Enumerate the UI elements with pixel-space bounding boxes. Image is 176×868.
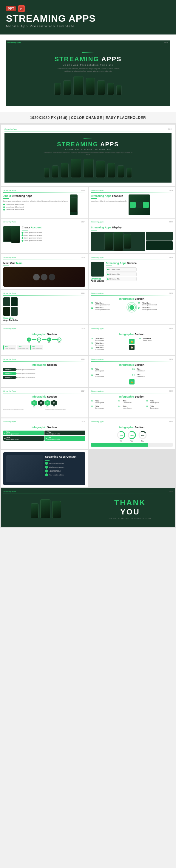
team-brand: Streaming Apps bbox=[3, 257, 16, 258]
contact-text-3: +1 234 567 8910 bbox=[49, 470, 60, 472]
ig6-hex-4: 04 Title bbox=[51, 400, 57, 408]
service-brand: Streaming Apps bbox=[91, 257, 103, 258]
ig5-grid: 01 TitleLorem ipsum 03 TitleLorem ipsum … bbox=[91, 368, 173, 378]
hero-main-title: STREAMING APPS bbox=[54, 55, 121, 63]
ig3-num-2: 02 bbox=[91, 342, 95, 344]
hero-desc: Lorem ipsum dolor sit amet, consectetur … bbox=[55, 67, 121, 72]
contact-icon-3 bbox=[45, 469, 48, 472]
ig7-n5: 04 bbox=[119, 405, 122, 407]
contact-inner: Streaming Apps Contact www.yourdomain.co… bbox=[3, 452, 85, 485]
ig4-arrow-text-3: Lorem ipsum dolor sit amet bbox=[17, 376, 85, 378]
ca-feature-4: Lorem ipsum dolor sit amet bbox=[22, 240, 42, 242]
feature-text-2: Lorem ipsum dolor sit amet bbox=[6, 206, 24, 208]
service-header: Streaming Apps 2024 bbox=[91, 257, 173, 258]
about-brand: Streaming Apps bbox=[3, 189, 16, 191]
service-dot-3 bbox=[107, 278, 108, 280]
ig1-header: Streaming Apps 2024 bbox=[91, 292, 173, 294]
ty-header: Streaming Apps 2024 bbox=[3, 491, 173, 492]
tl-conn-3 bbox=[52, 339, 57, 340]
fi-3 bbox=[143, 202, 149, 208]
ig3-nc-3: Lorem ipsum bbox=[96, 348, 104, 350]
ig1-right: 03 Title HereLorem ipsum dolor sit 04 Ti… bbox=[138, 302, 173, 313]
resolution-banner: 1920X1080 PX (16:9) | COLOR CHANGE | EAS… bbox=[0, 112, 176, 124]
service-slide: Streaming Apps 2024 StreamingApps Servic… bbox=[89, 254, 175, 289]
ig6-title: Infographic Section bbox=[3, 395, 85, 398]
main-slide-phones bbox=[9, 159, 167, 178]
ig6-hex-label-1: Title bbox=[33, 406, 35, 408]
infographic-1-slide: Streaming Apps 2024 Infographic Section … bbox=[89, 290, 175, 324]
features-header: Streaming Apps 2024 bbox=[91, 189, 173, 191]
ig5-header: Streaming Apps 2024 bbox=[91, 358, 173, 360]
create-left bbox=[3, 226, 20, 242]
ig7-n2: 03 bbox=[119, 400, 122, 402]
ig7-i2: 03 TitleLorem ipsum bbox=[119, 400, 145, 404]
hero-preview-slide: Streaming Apps 2024 STREAMING APPS Mobil… bbox=[0, 34, 176, 112]
ca-dot-1 bbox=[22, 231, 24, 234]
ig2-title: Infographic Section bbox=[3, 333, 85, 336]
ig4-brand: Streaming Apps bbox=[3, 358, 16, 360]
ig1-title: Infographic Section bbox=[91, 297, 173, 300]
ig5-nc4: Lorem ipsum bbox=[136, 376, 145, 378]
infographic-4-slide: Streaming Apps 2024 Infographic Section … bbox=[1, 356, 88, 387]
ig5-year: 2024 bbox=[169, 358, 173, 360]
ig6-hex-shape-3: 03 bbox=[45, 400, 50, 406]
ig9-circle-svg-3: 25% bbox=[138, 431, 147, 439]
team-divider bbox=[3, 259, 85, 260]
ig9-circles: 70% Title 75% Title 25% bbox=[91, 431, 173, 442]
ig3-num-4: 04 bbox=[139, 338, 142, 340]
ca-text-4: Lorem ipsum dolor sit amet bbox=[24, 240, 42, 242]
create-header: Streaming Apps 2024 bbox=[3, 221, 85, 223]
ty-phone-3 bbox=[52, 501, 61, 518]
ig9-circle-1: 70% Title bbox=[117, 431, 126, 442]
about-header: Streaming Apps 2024 bbox=[3, 189, 85, 191]
create-year: 2024 bbox=[81, 221, 85, 223]
ig2-brand: Streaming Apps bbox=[3, 328, 16, 330]
phone-5 bbox=[97, 80, 105, 95]
ig9-year: 2024 bbox=[169, 421, 173, 423]
slides-grid: Streaming Apps 2024 STREAMING APPS Mobil… bbox=[0, 124, 176, 528]
ig9-bar-bg-1 bbox=[91, 443, 173, 447]
ph-2 bbox=[52, 165, 58, 178]
about-year: 2024 bbox=[81, 189, 85, 191]
contact-icon-1 bbox=[45, 462, 48, 465]
ig1-center bbox=[126, 302, 137, 313]
ty-phone-2 bbox=[40, 499, 50, 518]
ig6-hexes: 01 Title 02 Title 03 Title 04 Title bbox=[3, 400, 85, 408]
features-divider bbox=[91, 192, 173, 193]
ig9-title: Infographic Section bbox=[91, 426, 173, 429]
ig8-arrow-icon-3: ▶ bbox=[4, 437, 6, 439]
display-header: Streaming Apps 2024 bbox=[91, 221, 173, 223]
ig5-i1: 01 TitleLorem ipsum bbox=[91, 368, 131, 372]
ig6-desc-2: Lorem ipsum dolor sit amet consectetur bbox=[45, 409, 85, 410]
features-right bbox=[129, 194, 150, 215]
slide-brand-label: Streaming Apps bbox=[7, 42, 21, 43]
feature-text-3: Lorem ipsum dolor sit amet bbox=[6, 209, 24, 211]
about-divider bbox=[3, 192, 85, 193]
ig6-hex-label-3: Title bbox=[47, 406, 49, 408]
ig7-nc6: Lorem ipsum bbox=[150, 407, 159, 409]
display-line bbox=[91, 230, 97, 230]
ca-dot-4 bbox=[22, 240, 24, 242]
dp-phone-2 bbox=[114, 232, 124, 251]
ig4-row-1: Title Here Lorem ipsum dolor sit amet bbox=[3, 368, 85, 371]
feature-dot-2 bbox=[3, 206, 5, 208]
ig4-arrow-2: Title Here bbox=[3, 372, 17, 375]
ig3-icon-1: 🔒 bbox=[129, 339, 134, 344]
create-right: Create Account Lorem ipsum dolor sit ame… bbox=[22, 226, 42, 242]
ig4-year: 2024 bbox=[81, 358, 85, 360]
create-line bbox=[22, 230, 28, 230]
ig6-desc-1: Lorem ipsum dolor sit amet consectetur bbox=[3, 409, 44, 410]
display-brand: Streaming Apps bbox=[91, 221, 103, 223]
feature-3: Lorem ipsum dolor sit amet bbox=[3, 209, 68, 211]
tl-label-1: Title bbox=[28, 342, 30, 343]
ig6-hex-shape-2: 02 bbox=[38, 400, 44, 406]
features-body: Lorem ipsum dolor sit amet consectetur a… bbox=[91, 200, 127, 202]
ig4-arrow-3: Title Here bbox=[3, 376, 17, 379]
ig9-bars bbox=[91, 443, 173, 447]
port-img-1 bbox=[3, 297, 10, 306]
create-phone-2 bbox=[11, 226, 20, 243]
portfolio-divider bbox=[3, 295, 85, 296]
service-title: Streaming Apps Service bbox=[106, 262, 136, 265]
ig7-nc3: Lorem ipsum bbox=[150, 402, 159, 404]
ig8-col-3: ▶ TitleLorem ipsum dolor bbox=[3, 436, 44, 441]
